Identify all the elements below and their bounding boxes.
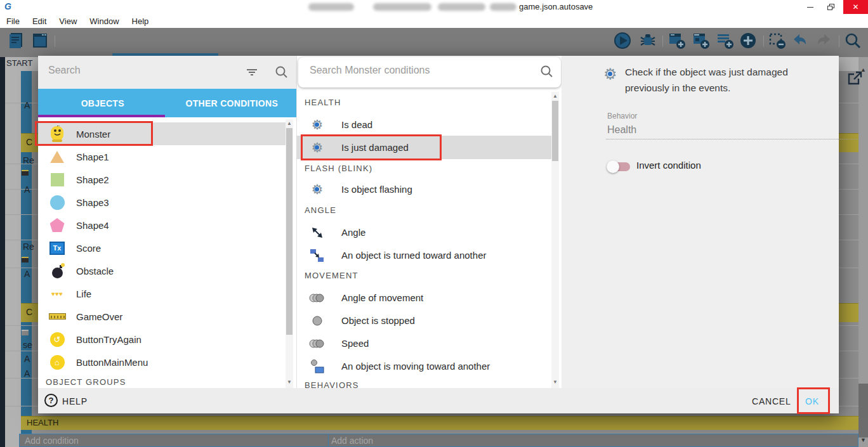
object-row-shape4[interactable]: Shape4 (38, 214, 286, 236)
condition-row-is-object-flashing[interactable]: ⚙ Is object flashing (296, 178, 551, 201)
redacted-title-segment (438, 3, 485, 11)
comment-row-health[interactable] (21, 416, 858, 430)
condition-row-is-dead[interactable]: ⚙ Is dead (296, 113, 551, 136)
annotation-box-ok (797, 387, 830, 414)
external-link-icon[interactable] (846, 70, 863, 89)
objects-scrollbar[interactable]: ▲ ▼ (286, 119, 293, 388)
add-action-button[interactable]: Add action (331, 436, 373, 446)
help-icon[interactable]: ? (44, 394, 58, 407)
section-header-angle: ANGLE (305, 205, 336, 215)
help-button[interactable]: HELP (62, 396, 88, 406)
hearts-icon: ♥♥♥ (48, 290, 66, 297)
left-panel-tabs: OBJECTS OTHER CONDITIONS (38, 89, 296, 117)
gear-icon: ⚙ (309, 118, 326, 131)
scroll-down-icon[interactable]: ▼ (287, 379, 292, 385)
add-subevent-icon[interactable] (692, 31, 711, 50)
text-object-icon: Tx (48, 242, 66, 255)
bg-fragment: A (24, 269, 30, 279)
menu-view[interactable]: View (53, 14, 83, 28)
behavior-field-underline (606, 127, 868, 139)
scrollbar-thumb[interactable] (858, 384, 868, 437)
object-row-buttontryagain[interactable]: ↺ ButtonTryAgain (38, 328, 286, 351)
scroll-down-icon[interactable]: ▼ (553, 379, 558, 385)
redo-icon[interactable] (814, 31, 833, 50)
condition-row-turned-toward[interactable]: An object is turned toward another (296, 243, 551, 267)
filter-icon[interactable] (245, 66, 259, 81)
title-bar: G game.json.autosave ✕ (0, 0, 868, 14)
menu-edit[interactable]: Edit (26, 14, 53, 28)
bg-health-label: HEALTH (27, 418, 58, 427)
close-button[interactable]: ✕ (843, 0, 868, 14)
objects-search-input[interactable] (48, 65, 232, 76)
invert-condition-toggle[interactable] (608, 162, 630, 171)
bomb-icon (48, 264, 66, 278)
object-row-life[interactable]: ♥♥♥ Life (38, 282, 286, 305)
circle-icon (48, 195, 66, 210)
application-window: G game.json.autosave ✕ File Edit View Wi… (0, 0, 868, 447)
behavior-label: Behavior (607, 112, 637, 120)
redacted-title-segment (308, 3, 354, 11)
menu-file[interactable]: File (0, 14, 26, 28)
circle-rect-icon (309, 359, 326, 374)
tab-other-conditions[interactable]: OTHER CONDITIONS (168, 89, 297, 117)
bg-mini-icon (22, 330, 29, 335)
condition-row-moving-toward[interactable]: An object is moving toward another (296, 354, 551, 378)
minimize-button[interactable] (801, 0, 820, 14)
scroll-up-icon[interactable]: ▲ (287, 120, 292, 126)
search-toolbar-icon[interactable] (843, 31, 862, 50)
add-condition-button[interactable]: Add condition (25, 436, 79, 446)
condition-row-object-is-stopped[interactable]: Object is stopped (296, 309, 551, 332)
restore-button[interactable] (821, 0, 840, 14)
active-tab-indicator (38, 115, 165, 117)
bg-fragment: Re (23, 155, 34, 165)
search-icon[interactable] (274, 65, 289, 82)
gear-icon: ⚙ (309, 183, 326, 196)
object-row-shape1[interactable]: Shape1 (38, 145, 286, 168)
bg-fragment: A (24, 368, 30, 379)
conditions-scrollbar[interactable]: ▲ ▼ (551, 92, 559, 388)
condition-row-speed[interactable]: Speed (296, 332, 551, 355)
object-row-gameover[interactable]: GameOver (38, 305, 286, 328)
cancel-button[interactable]: CANCEL (752, 396, 791, 406)
remove-selection-icon[interactable] (768, 31, 787, 50)
condition-row-angle-of-movement[interactable]: Angle of movement (296, 286, 551, 309)
condition-row-angle[interactable]: Angle (296, 221, 551, 244)
object-row-score[interactable]: Tx Score (38, 236, 286, 259)
events-scrollbar[interactable]: ▲ ▼ (858, 57, 868, 447)
squares-arrow-icon (309, 248, 326, 263)
project-manager-icon[interactable] (8, 31, 27, 50)
object-row-shape3[interactable]: Shape3 (38, 191, 286, 214)
scene-window-icon[interactable] (30, 31, 49, 50)
scrollbar-thumb[interactable] (286, 128, 293, 335)
scrollbar-thumb[interactable] (552, 101, 558, 161)
play-icon[interactable] (613, 31, 632, 50)
add-event-icon[interactable] (667, 31, 687, 50)
add-row: Add condition Add action (19, 434, 858, 447)
object-row-buttonmainmenu[interactable]: ⌂ ButtonMainMenu (38, 351, 286, 373)
object-row-shape2[interactable]: Shape2 (38, 168, 286, 191)
object-row-obstacle[interactable]: Obstacle (38, 259, 286, 282)
scroll-down-icon[interactable]: ▼ (860, 437, 866, 443)
gdevelop-logo-icon: G (4, 1, 11, 11)
bg-fragment: C (26, 307, 32, 317)
square-icon (48, 173, 66, 186)
menu-help[interactable]: Help (126, 14, 155, 28)
object-groups-header: OBJECT GROUPS (46, 377, 126, 387)
search-icon[interactable] (539, 64, 555, 82)
bg-fragment: A (24, 354, 30, 364)
menu-bar: File Edit View Window Help (0, 14, 868, 28)
condition-details-panel: ⚙ Check if the object was just damaged p… (562, 56, 839, 388)
menu-window[interactable]: Window (83, 14, 125, 28)
retry-button-icon: ↺ (48, 332, 66, 347)
undo-icon[interactable] (791, 31, 810, 50)
add-circle-icon[interactable] (739, 31, 758, 50)
conditions-search-input[interactable] (310, 65, 519, 76)
conditions-search-bar (298, 57, 561, 87)
bg-fragment: se (23, 340, 32, 350)
scroll-up-icon[interactable]: ▲ (553, 93, 558, 99)
bg-fragment: C (26, 137, 32, 147)
tab-objects[interactable]: OBJECTS (38, 89, 168, 117)
add-comment-icon[interactable] (716, 31, 735, 50)
objects-search-bar (38, 56, 296, 89)
debug-icon[interactable] (638, 31, 657, 50)
